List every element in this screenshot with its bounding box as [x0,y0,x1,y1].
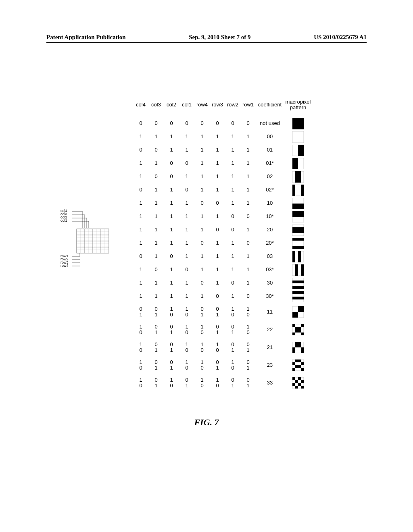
cell: 0 [164,254,179,259]
cell: 1 [240,267,256,272]
table-row: 1111101030* [133,290,312,303]
cell: 1 [148,240,164,246]
svg-rect-88 [295,206,298,209]
svg-rect-86 [301,204,304,206]
cell: 1 [210,160,225,166]
svg-rect-161 [292,315,295,318]
svg-rect-107 [298,230,301,233]
page-header: Patent Application Publication Sep. 9, 2… [46,34,367,43]
svg-rect-105 [292,230,295,233]
cell: 10 [133,377,148,389]
pattern-cell [284,306,312,318]
table-row: 100101101010010121 [133,339,312,356]
svg-rect-37 [292,124,295,127]
cell: 10 [194,377,210,389]
svg-rect-89 [298,206,301,209]
cell: 1 [148,134,164,139]
cell: 0 [179,187,194,193]
cell: 01 [164,360,179,371]
svg-rect-101 [292,227,295,230]
svg-rect-57 [295,158,298,161]
cell: 1 [133,200,148,206]
macropixel-icon [292,360,304,371]
table-row: 0011111101 [133,143,312,157]
pattern-cell [284,377,312,389]
cell: 1 [133,227,148,233]
table-row: 100101101001100123 [133,356,312,374]
svg-rect-138 [295,281,298,283]
svg-rect-131 [301,267,304,270]
svg-rect-130 [295,267,298,270]
cell: 1 [148,200,164,206]
cell: 01 [194,306,210,318]
coef-cell: 23 [256,362,284,368]
cell: 0 [148,121,164,126]
col-header: row1 [240,102,256,108]
cell: 1 [148,227,164,233]
svg-rect-33 [292,121,295,124]
svg-rect-144 [301,286,304,289]
svg-rect-192 [298,377,301,380]
cell: 10 [179,342,194,353]
cell: 0 [210,200,225,206]
svg-rect-156 [301,306,304,309]
cell: 1 [133,267,148,272]
cell: 0 [240,240,256,246]
coefficient-table: col4 col3 col2 col1 row4 row3 row2 row1 … [133,97,312,392]
cell: 1 [133,214,148,219]
coef-cell: 20* [256,240,284,246]
svg-rect-150 [292,297,295,299]
svg-rect-171 [301,332,304,335]
svg-rect-114 [292,246,295,249]
svg-rect-56 [292,158,295,161]
svg-rect-34 [295,121,298,124]
cell: 01 [164,342,179,353]
macropixel-icon [292,171,304,183]
svg-rect-134 [295,273,298,276]
macropixel-icon [292,211,304,222]
col-header: row4 [194,102,210,108]
pattern-cell [284,211,312,222]
svg-rect-47 [298,145,301,148]
svg-rect-81 [301,193,304,196]
table-row: 100110011010010133 [133,374,312,392]
table-row: 100101101001011022 [133,321,312,339]
svg-rect-179 [292,350,295,353]
cell: 1 [225,240,240,246]
svg-rect-80 [292,193,295,196]
svg-rect-159 [292,312,295,315]
macropixel-icon [292,185,304,196]
cell: 0 [194,200,210,206]
cell: 0 [225,227,240,233]
cell: 10 [210,342,225,353]
svg-rect-96 [292,214,295,217]
svg-rect-137 [292,281,295,283]
svg-rect-183 [298,360,301,362]
svg-rect-152 [298,297,301,299]
cell: 1 [225,293,240,299]
svg-rect-142 [295,286,298,289]
svg-rect-60 [292,164,295,166]
table-row: 1111001110 [133,197,312,210]
diagram-row-label: row4 [60,264,69,268]
table-row: 1111110010* [133,210,312,223]
cell: 1 [164,227,179,233]
cell: 0 [148,147,164,153]
table-row: 1111111100 [133,130,312,143]
svg-rect-125 [292,260,295,262]
svg-rect-102 [295,227,298,230]
svg-rect-30 [295,118,298,121]
svg-rect-29 [292,118,295,121]
svg-rect-50 [301,148,304,150]
cell: 0 [194,121,210,126]
cell: 10 [210,377,225,389]
svg-rect-170 [292,332,295,335]
svg-rect-39 [298,124,301,127]
cell: 1 [210,134,225,139]
coef-cell: 01* [256,160,284,166]
svg-rect-49 [298,148,301,150]
coef-cell: 20 [256,227,284,233]
cell: 1 [179,200,194,206]
cell: 0 [148,267,164,272]
svg-rect-99 [301,214,304,217]
